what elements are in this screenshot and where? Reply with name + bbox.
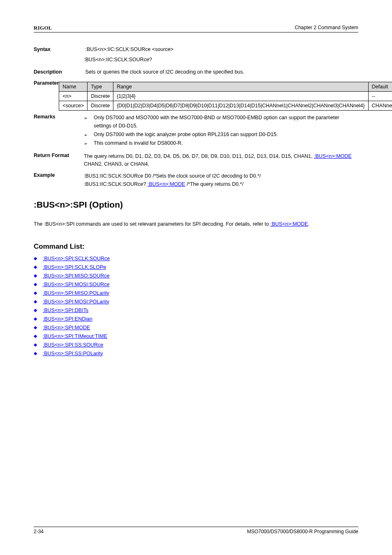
- diamond-icon: ◆: [34, 290, 43, 296]
- list-item: ◆:BUS<n>:SPI:MODE: [34, 325, 358, 331]
- list-item: ◆:BUS<n>:SPI:MOSI:SOURce: [34, 282, 358, 287]
- syntax-label: Syntax: [34, 46, 84, 53]
- page-header: RIGOL Chapter 2 Command System: [34, 25, 358, 32]
- chapter-label: Chapter 2 Command System: [295, 25, 358, 30]
- list-item: ➢ Only DS7000 and MSO7000 with the MSO70…: [84, 114, 358, 130]
- command-link[interactable]: :BUS<n>:SPI:MOSI:SOURce: [43, 282, 110, 287]
- syntax-row: Syntax :BUS<n>:IIC:SCLK:SOURce <source>: [34, 46, 358, 53]
- param-name: <source>: [59, 101, 88, 111]
- arrow-icon: ➢: [84, 131, 94, 139]
- spi-section-title: :BUS<n>:SPI (Option): [34, 200, 358, 210]
- description-row: Description Sets or queries the clock so…: [34, 68, 358, 76]
- example-label: Example: [34, 172, 84, 188]
- command-link[interactable]: :BUS<n>:SPI:SCLK:SLOPe: [43, 264, 106, 270]
- diamond-icon: ◆: [34, 256, 43, 261]
- return-format-text-1: The query returns D0, D1, D2, D3, D4, D5…: [84, 153, 312, 159]
- param-header-default: Default: [368, 82, 392, 92]
- diamond-icon: ◆: [34, 342, 43, 347]
- command-link[interactable]: :BUS<n>:SPI:SS:POLarity: [43, 351, 103, 356]
- diamond-icon: ◆: [34, 351, 43, 356]
- list-item: ➢ This command is invalid for DS8000-R.: [84, 139, 358, 147]
- footer-doc-title: MSO7000/DS7000/DS8000-R Programming Guid…: [247, 529, 358, 534]
- list-item: ◆:BUS<n>:SPI:MISO:POLarity: [34, 290, 358, 296]
- brand-label: RIGOL: [34, 25, 52, 31]
- syntax-query: :BUS<n>:IIC:SCLK:SOURce?: [84, 56, 358, 64]
- remarks-row: Remarks ➢ Only DS7000 and MSO7000 with t…: [34, 114, 358, 148]
- diamond-icon: ◆: [34, 316, 43, 321]
- diamond-icon: ◆: [34, 333, 43, 339]
- command-link[interactable]: :BUS<n>:SPI:SS:SOURce: [43, 342, 103, 348]
- list-item: ◆:BUS<n>:SPI:DBITs: [34, 308, 358, 313]
- parameter-label: Parameter: [34, 80, 59, 111]
- remarks-label: Remarks: [34, 114, 84, 148]
- description-label: Description: [34, 68, 84, 76]
- page-number: 2-34: [34, 529, 44, 534]
- command-link[interactable]: :BUS<n>:SPI:SCLK:SOURce: [43, 256, 110, 261]
- remark-text: Only DS7000 with the logic analyzer prob…: [94, 131, 278, 139]
- description-text: Sets or queries the clock source of I2C …: [85, 69, 244, 75]
- spi-intro-suffix: .: [308, 221, 309, 227]
- example-row: Example :BUS1:IIC:SCLK:SOURce D0 /*Sets …: [34, 172, 358, 188]
- parameter-table: Name Type Range Default <n> Discrete {1|…: [59, 82, 392, 111]
- command-link[interactable]: :BUS<n>:SPI:ENDian: [43, 316, 92, 322]
- xref-link[interactable]: :BUS<n>:MODE: [314, 153, 352, 159]
- diamond-icon: ◆: [34, 308, 43, 313]
- table-row: <n> Discrete {1|2|3|4} --: [59, 92, 392, 101]
- list-item: ◆:BUS<n>:SPI:SS:POLarity: [34, 351, 358, 356]
- diamond-icon: ◆: [34, 299, 43, 304]
- spi-intro: The :BUS<n>:SPI commands are used to set…: [34, 220, 358, 228]
- command-link[interactable]: :BUS<n>:SPI:MOSI:POLarity: [43, 299, 109, 305]
- example-line-cmd: :BUS1:IIC:SCLK:SOURce?: [84, 181, 146, 187]
- param-type: Discrete: [88, 101, 113, 111]
- list-item: ◆:BUS<n>:SPI:MOSI:POLarity: [34, 299, 358, 305]
- list-item: ➢ Only DS7000 with the logic analyzer pr…: [84, 131, 358, 139]
- xref-link[interactable]: :BUS<n>:MODE: [270, 221, 308, 227]
- parameter-row: Parameter Name Type Range Default <n> Di…: [34, 80, 358, 111]
- diamond-icon: ◆: [34, 325, 43, 330]
- table-row: <source> Discrete {D0|D1|D2|D3|D4|D5|D6|…: [59, 101, 392, 111]
- param-header-type: Type: [88, 82, 113, 92]
- return-format-label: Return Format: [34, 153, 84, 169]
- list-item: ◆:BUS<n>:SPI:SCLK:SOURce: [34, 256, 358, 261]
- arrow-icon: ➢: [84, 114, 94, 130]
- command-link[interactable]: :BUS<n>:SPI:TIMeout:TIME: [43, 333, 107, 339]
- remark-text: Only DS7000 and MSO7000 with the MSO7000…: [94, 114, 358, 130]
- command-list-title: Command List:: [34, 243, 358, 251]
- page-footer: 2-34 MSO7000/DS7000/DS8000-R Programming…: [34, 527, 358, 534]
- spi-intro-prefix: The :BUS<n>:SPI commands are used to set…: [34, 221, 269, 227]
- command-list: ◆:BUS<n>:SPI:SCLK:SOURce ◆:BUS<n>:SPI:SC…: [34, 256, 358, 356]
- xref-link[interactable]: :BUS<n>:MODE: [148, 181, 185, 187]
- diamond-icon: ◆: [34, 264, 43, 270]
- list-item: ◆:BUS<n>:SPI:SS:SOURce: [34, 342, 358, 348]
- command-link[interactable]: :BUS<n>:SPI:MISO:SOURce: [43, 273, 110, 279]
- command-link[interactable]: :BUS<n>:SPI:MODE: [43, 325, 90, 331]
- param-header-name: Name: [59, 82, 88, 92]
- list-item: ◆:BUS<n>:SPI:MISO:SOURce: [34, 273, 358, 279]
- syntax-set: :BUS<n>:IIC:SCLK:SOURce <source>: [85, 46, 173, 52]
- command-link[interactable]: :BUS<n>:SPI:MISO:POLarity: [43, 290, 109, 296]
- param-type: Discrete: [88, 92, 113, 101]
- return-format-row: Return Format The query returns D0, D1, …: [34, 153, 358, 169]
- diamond-icon: ◆: [34, 282, 43, 287]
- list-item: ◆:BUS<n>:SPI:SCLK:SLOPe: [34, 264, 358, 270]
- param-range: {D0|D1|D2|D3|D4|D5|D6|D7|D8|D9|D10|D11|D…: [113, 101, 369, 111]
- list-item: ◆:BUS<n>:SPI:ENDian: [34, 316, 358, 322]
- param-range: {1|2|3|4}: [113, 92, 369, 101]
- param-header-range: Range: [113, 82, 369, 92]
- arrow-icon: ➢: [84, 139, 94, 147]
- list-item: ◆:BUS<n>:SPI:TIMeout:TIME: [34, 333, 358, 339]
- command-link[interactable]: :BUS<n>:SPI:DBITs: [43, 308, 88, 313]
- example-line: :BUS1:IIC:SCLK:SOURce D0 /*Sets the cloc…: [84, 172, 358, 180]
- param-default: --: [368, 92, 392, 101]
- example-line-comment: /*The query returns D0.*/: [187, 181, 243, 187]
- diamond-icon: ◆: [34, 273, 43, 278]
- param-name: <n>: [59, 92, 88, 101]
- return-format-text-2: CHAN2, CHAN3, or CHAN4.: [84, 161, 149, 167]
- remark-text: This command is invalid for DS8000-R.: [94, 139, 183, 147]
- param-default: CHANnel1: [368, 101, 392, 111]
